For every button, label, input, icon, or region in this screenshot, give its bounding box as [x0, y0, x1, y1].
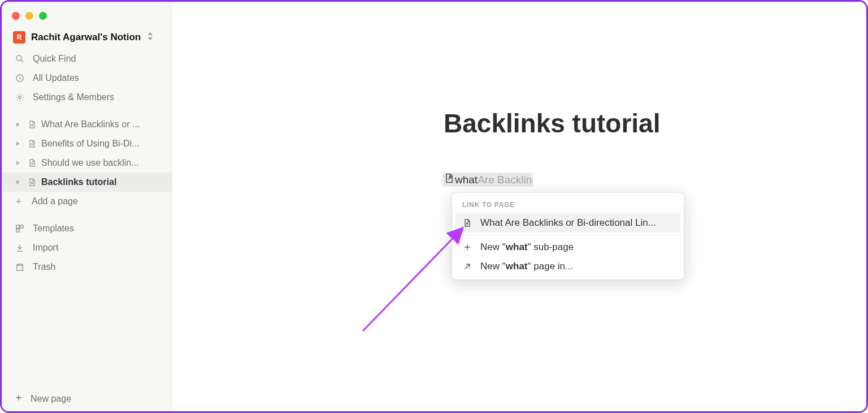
templates[interactable]: Templates	[2, 219, 172, 238]
editor-area[interactable]: Backlinks tutorial what Are Backlin LINK…	[172, 2, 866, 411]
workspace-avatar: R	[13, 31, 25, 44]
page-icon	[27, 119, 38, 130]
popup-new-sub-page-label: New "what" sub-page	[480, 242, 574, 253]
trash[interactable]: Trash	[2, 257, 172, 277]
plus-icon	[14, 393, 23, 405]
sidebar-page-backlinks-tutorial[interactable]: Backlinks tutorial	[2, 173, 172, 192]
inline-link-typed-text: what	[455, 174, 478, 186]
page-label: Benefits of Using Bi-Di...	[41, 139, 164, 149]
popup-heading: LINK TO PAGE	[455, 199, 680, 213]
page-icon	[462, 218, 472, 228]
page-icon	[27, 139, 38, 149]
page-icon	[27, 158, 38, 168]
popup-new-page-in-label: New "what" page in...	[480, 261, 573, 272]
svg-line-1	[21, 60, 23, 62]
window-controls	[2, 6, 172, 22]
sidebar-utilities: Templates Import Trash	[2, 219, 172, 277]
popup-result-page[interactable]: What Are Backlinks or Bi-directional Lin…	[455, 213, 680, 233]
import-label: Import	[33, 243, 164, 253]
new-page-button[interactable]: New page	[2, 386, 172, 411]
quick-find-label: Quick Find	[33, 54, 164, 64]
svg-rect-7	[20, 225, 23, 228]
quick-find[interactable]: Quick Find	[2, 49, 172, 68]
arrow-up-right-icon	[462, 262, 472, 271]
disclosure-triangle-icon[interactable]	[13, 141, 23, 147]
svg-point-0	[16, 55, 21, 61]
link-page-icon	[444, 173, 455, 187]
close-window-button[interactable]	[12, 12, 20, 20]
page-icon	[27, 177, 38, 187]
popup-new-page-in[interactable]: New "what" page in...	[455, 257, 680, 276]
workspace-switcher[interactable]: R Rachit Agarwal's Notion	[2, 22, 172, 49]
plus-icon	[462, 243, 472, 252]
new-page-label: New page	[31, 394, 71, 404]
sidebar: R Rachit Agarwal's Notion Quick Find All…	[2, 2, 172, 411]
add-a-page-label: Add a page	[32, 196, 164, 206]
trash-label: Trash	[33, 262, 164, 272]
app-window: R Rachit Agarwal's Notion Quick Find All…	[0, 0, 868, 413]
import[interactable]: Import	[2, 238, 172, 257]
page-title[interactable]: Backlinks tutorial	[444, 108, 660, 139]
all-updates-label: All Updates	[33, 73, 164, 83]
svg-rect-6	[16, 225, 19, 228]
svg-line-13	[363, 229, 462, 331]
popup-result-label: What Are Backlinks or Bi-directional Lin…	[480, 217, 656, 229]
add-a-page[interactable]: Add a page	[2, 192, 172, 211]
page-label: Backlinks tutorial	[41, 177, 164, 187]
search-icon	[14, 54, 25, 64]
clock-icon	[14, 73, 25, 83]
svg-rect-8	[16, 229, 19, 232]
link-to-page-popup: LINK TO PAGE What Are Backlinks or Bi-di…	[452, 193, 684, 279]
disclosure-triangle-icon[interactable]	[13, 179, 23, 185]
templates-label: Templates	[33, 223, 164, 234]
download-icon	[14, 243, 25, 253]
gear-icon	[14, 92, 25, 102]
up-down-chevron-icon	[146, 32, 154, 44]
sidebar-page-should-we-use[interactable]: Should we use backlin...	[2, 153, 172, 173]
plus-icon	[13, 197, 24, 206]
svg-point-3	[19, 96, 21, 99]
sidebar-pages: What Are Backlinks or ... Benefits of Us…	[2, 115, 172, 211]
inline-page-link-input[interactable]: what Are Backlin	[442, 173, 533, 187]
settings-members-label: Settings & Members	[33, 92, 164, 102]
sidebar-page-benefits[interactable]: Benefits of Using Bi-Di...	[2, 134, 172, 153]
workspace-name: Rachit Agarwal's Notion	[31, 32, 141, 43]
disclosure-triangle-icon[interactable]	[13, 160, 23, 166]
trash-icon	[14, 262, 25, 272]
zoom-window-button[interactable]	[39, 12, 47, 20]
all-updates[interactable]: All Updates	[2, 68, 172, 88]
inline-link-autocomplete-ghost: Are Backlin	[478, 174, 532, 186]
page-label: Should we use backlin...	[41, 158, 164, 168]
page-label: What Are Backlinks or ...	[41, 119, 164, 130]
templates-icon	[14, 223, 25, 234]
settings-members[interactable]: Settings & Members	[2, 88, 172, 107]
minimize-window-button[interactable]	[25, 12, 33, 20]
popup-divider	[455, 235, 680, 235]
sidebar-page-what-are-backlinks[interactable]: What Are Backlinks or ...	[2, 115, 172, 134]
popup-new-sub-page[interactable]: New "what" sub-page	[455, 238, 680, 257]
disclosure-triangle-icon[interactable]	[13, 122, 23, 127]
